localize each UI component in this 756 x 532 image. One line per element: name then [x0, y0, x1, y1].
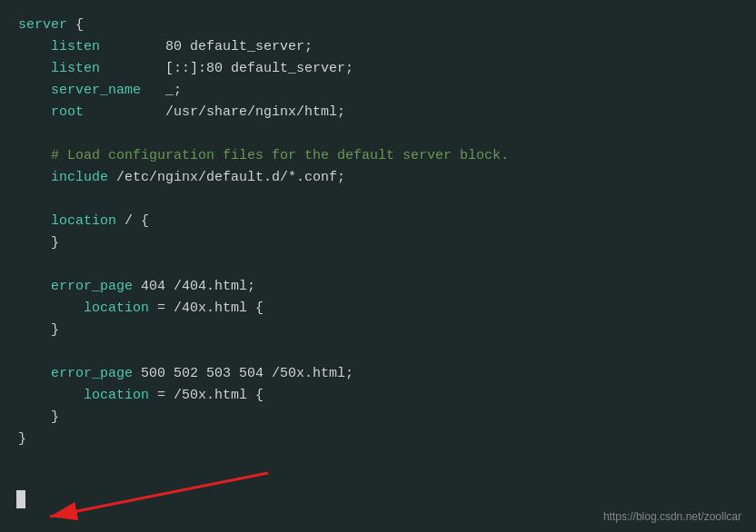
line-19: } — [18, 407, 738, 429]
code-block: server { listen 80 default_server; liste… — [18, 15, 738, 450]
line-4: server_name _; — [18, 80, 738, 102]
arrow-annotation — [0, 455, 291, 532]
line-8: include /etc/nginx/default.d/*.conf; — [18, 167, 738, 189]
line-3: listen [::]:80 default_server; — [18, 58, 738, 80]
line-9 — [18, 189, 738, 211]
line-7: # Load configuration files for the defau… — [18, 145, 738, 167]
watermark: https://blog.csdn.net/zoollcar — [603, 510, 741, 523]
line-11: } — [18, 232, 738, 254]
line-2: listen 80 default_server; — [18, 36, 738, 58]
line-16 — [18, 341, 738, 363]
line-6 — [18, 123, 738, 145]
line-17: error_page 500 502 503 504 /50x.html; — [18, 363, 738, 385]
line-10: location / { — [18, 211, 738, 232]
line-14: location = /40x.html { — [18, 298, 738, 320]
code-container: server { listen 80 default_server; liste… — [0, 0, 756, 532]
line-13: error_page 404 /404.html; — [18, 276, 738, 298]
svg-line-1 — [50, 473, 268, 517]
line-1: server { — [18, 15, 738, 36]
line-18: location = /50x.html { — [18, 385, 738, 407]
line-5: root /usr/share/nginx/html; — [18, 102, 738, 123]
line-15: } — [18, 320, 738, 341]
line-12 — [18, 254, 738, 276]
cursor-block — [16, 490, 25, 508]
line-20: } — [18, 429, 738, 450]
